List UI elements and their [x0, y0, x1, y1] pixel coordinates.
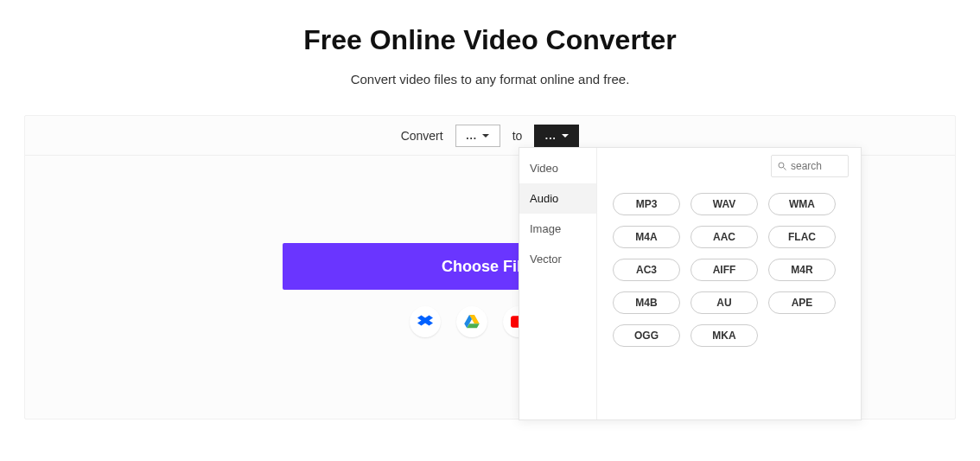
convert-label: Convert: [401, 129, 443, 143]
format-m4a[interactable]: M4A: [613, 226, 680, 248]
category-image[interactable]: Image: [519, 214, 596, 244]
page-title: Free Online Video Converter: [0, 24, 980, 56]
format-mka[interactable]: MKA: [690, 324, 758, 347]
search-icon: [777, 161, 787, 171]
format-ape[interactable]: APE: [768, 291, 836, 314]
format-aac[interactable]: AAC: [690, 226, 758, 248]
category-list: Video Audio Image Vector: [519, 148, 597, 419]
format-wma[interactable]: WMA: [768, 193, 836, 215]
converter-card: Convert ... to ... Choose Files Video Au…: [24, 115, 956, 419]
to-format-selector[interactable]: ...: [534, 125, 579, 147]
format-m4r[interactable]: M4R: [768, 259, 836, 281]
category-audio[interactable]: Audio: [519, 183, 596, 214]
format-flac[interactable]: FLAC: [768, 226, 836, 248]
dropbox-icon[interactable]: [410, 306, 441, 337]
format-aiff[interactable]: AIFF: [690, 259, 758, 281]
svg-point-1: [779, 163, 784, 168]
format-panel: MP3WAVWMAM4AAACFLACAC3AIFFM4RM4BAUAPEOGG…: [597, 148, 861, 419]
from-format-selector[interactable]: ...: [455, 125, 500, 147]
format-search-input[interactable]: [791, 160, 843, 172]
format-ac3[interactable]: AC3: [613, 259, 680, 281]
svg-line-2: [784, 168, 786, 170]
google-drive-icon[interactable]: [456, 306, 487, 337]
category-video[interactable]: Video: [519, 153, 596, 183]
source-icons: [410, 306, 534, 337]
to-label: to: [512, 129, 523, 143]
to-format-value: ...: [545, 130, 557, 142]
format-grid: MP3WAVWMAM4AAACFLACAC3AIFFM4RM4BAUAPEOGG…: [613, 193, 849, 347]
format-ogg[interactable]: OGG: [613, 324, 680, 347]
format-m4b[interactable]: M4B: [613, 291, 680, 314]
format-wav[interactable]: WAV: [690, 193, 758, 215]
page-subtitle: Convert video files to any format online…: [0, 72, 980, 86]
category-vector[interactable]: Vector: [519, 244, 596, 274]
from-format-value: ...: [466, 130, 477, 142]
format-au[interactable]: AU: [690, 291, 758, 314]
format-mp3[interactable]: MP3: [613, 193, 680, 215]
chevron-down-icon: [482, 134, 489, 138]
chevron-down-icon: [562, 134, 569, 138]
format-dropdown: Video Audio Image Vector MP3WAVWMAM4AAAC…: [519, 147, 862, 420]
format-search[interactable]: [771, 155, 849, 177]
